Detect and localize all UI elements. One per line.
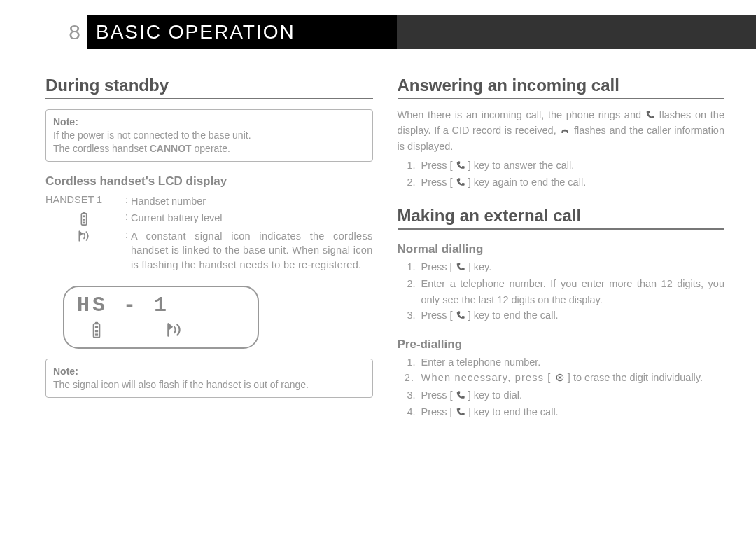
- pre-step: Enter a telephone number.: [419, 354, 725, 370]
- note-text: If the power is not connected to the bas…: [53, 130, 251, 141]
- normal-step: Press [ ] key.: [419, 259, 725, 276]
- phone-icon: [456, 389, 465, 404]
- note-bold: CANNOT: [150, 143, 192, 154]
- heading-lcd-display: Cordless handset's LCD display: [46, 174, 373, 188]
- phone-icon: [456, 406, 465, 421]
- heading-pre-dialling: Pre-dialling: [398, 338, 725, 352]
- note-text: operate.: [192, 143, 230, 154]
- lcd-key-handset: HANDSET 1: [46, 194, 122, 205]
- lcd-val-signal: A constant signal icon indicates the cor…: [131, 229, 373, 272]
- note-box-power: Note: If the power is not connected to t…: [46, 109, 373, 162]
- header-bar: 8 BASIC OPERATION: [0, 15, 756, 49]
- battery-icon: [46, 211, 122, 226]
- lcd-val-handset: Handset number: [131, 194, 373, 208]
- heading-during-standby: During standby: [46, 76, 373, 99]
- answer-step: Press [ ] key to answer the call.: [419, 158, 725, 174]
- answer-steps: Press [ ] key to answer the call. Press …: [398, 158, 725, 192]
- lcd-val-battery: Current battery level: [131, 211, 373, 225]
- normal-step: Enter a telephone number. If you enter m…: [419, 276, 725, 307]
- lcd-screen: HS - 1: [63, 286, 259, 349]
- erase-icon: [555, 371, 565, 387]
- lcd-screen-text: HS - 1: [77, 293, 245, 317]
- phone-icon: [456, 309, 465, 324]
- left-column: During standby Note: If the power is not…: [46, 76, 373, 427]
- lcd-legend: HANDSET 1 : Handset number : Current bat…: [46, 194, 373, 272]
- pre-step: Press [ ] key to dial.: [419, 387, 725, 404]
- cid-icon: [559, 125, 570, 139]
- manual-page: 8 BASIC OPERATION During standby Note: I…: [0, 0, 756, 533]
- note-label: Note:: [53, 366, 78, 377]
- heading-normal-dialling: Normal dialling: [398, 242, 725, 256]
- normal-step: Press [ ] key to end the call.: [419, 307, 725, 324]
- answer-paragraph: When there is an incoming call, the phon…: [398, 108, 725, 153]
- heading-making-call: Making an external call: [398, 206, 725, 230]
- phone-icon: [456, 261, 465, 276]
- note-text: The cordless handset: [53, 143, 150, 154]
- pre-step: Press [ ] key to end the call.: [419, 404, 725, 421]
- phone-icon: [456, 159, 465, 174]
- header-dark-extension: [397, 15, 756, 49]
- answer-step: Press [ ] key again to end the call.: [419, 174, 725, 191]
- chapter-title: BASIC OPERATION: [88, 15, 397, 49]
- heading-answering: Answering an incoming call: [398, 76, 725, 99]
- note-text: The signal icon will also flash if the h…: [53, 379, 309, 390]
- battery-icon: [91, 321, 102, 341]
- note-box-range: Note: The signal icon will also flash if…: [46, 359, 373, 398]
- page-number: 8: [0, 15, 88, 49]
- phone-icon: [456, 176, 465, 191]
- signal-icon: [165, 321, 183, 341]
- signal-icon: [46, 229, 122, 243]
- right-column: Answering an incoming call When there is…: [398, 76, 725, 427]
- phone-icon: [645, 109, 655, 123]
- pre-dialling-steps: Enter a telephone number. When necessary…: [398, 354, 725, 422]
- note-label: Note:: [53, 116, 78, 127]
- normal-dialling-steps: Press [ ] key. Enter a telephone number.…: [398, 259, 725, 325]
- pre-step: When necessary, press [ ] to erase the d…: [419, 370, 725, 387]
